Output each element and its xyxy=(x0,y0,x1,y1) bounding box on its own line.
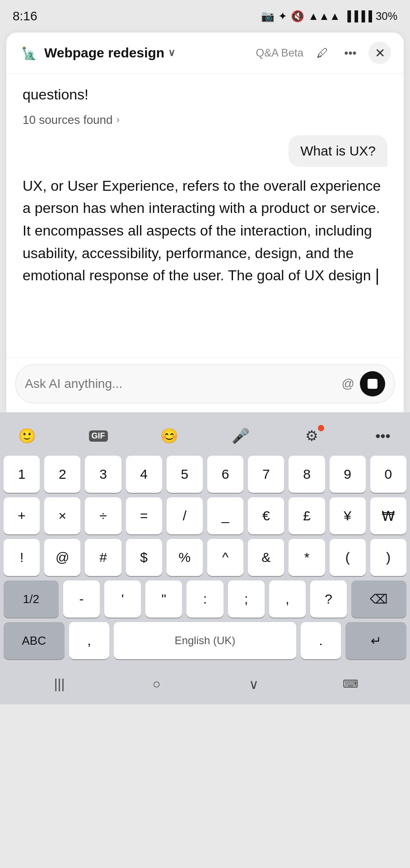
qa-beta-label: Q&A Beta xyxy=(256,47,303,59)
user-message-text: What is UX? xyxy=(300,143,376,158)
key-apostrophe[interactable]: ' xyxy=(104,580,141,618)
partial-message: questions! xyxy=(23,85,387,105)
key-comma-bottom[interactable]: , xyxy=(69,622,110,659)
key-dollar[interactable]: $ xyxy=(126,539,162,576)
title-chevron-icon: ∨ xyxy=(168,47,175,59)
key-caret[interactable]: ^ xyxy=(207,539,243,576)
keyboard-more-icon: ••• xyxy=(375,428,391,444)
ask-ai-input[interactable] xyxy=(25,377,336,391)
app-title[interactable]: Webpage redesign ∨ xyxy=(44,45,175,61)
close-button[interactable]: ✕ xyxy=(368,42,391,64)
key-star[interactable]: * xyxy=(289,539,325,576)
gif-button[interactable]: GIF xyxy=(82,422,115,449)
settings-button[interactable]: ⚙ xyxy=(295,422,328,449)
ai-response: UX, or User Experience, refers to the ov… xyxy=(23,175,387,287)
sticker-icon: 🙂 xyxy=(18,427,36,444)
sticker-button[interactable]: 🙂 xyxy=(11,422,43,449)
close-icon: ✕ xyxy=(375,46,385,61)
edit-icon: 🖊 xyxy=(317,46,328,60)
gif-icon: GIF xyxy=(89,430,108,442)
key-at[interactable]: @ xyxy=(44,539,80,576)
key-divide[interactable]: ÷ xyxy=(85,497,121,534)
key-yen[interactable]: ¥ xyxy=(330,497,366,534)
recents-button[interactable]: ∨ xyxy=(236,670,272,698)
stop-icon xyxy=(368,379,377,389)
status-bar: 8:16 📷 ✦ 🔇 ▲▲▲ ▐▐▐▐ 30% xyxy=(0,0,410,33)
bluetooth-icon: ✦ xyxy=(278,10,287,23)
spacebar[interactable]: English (UK) xyxy=(114,622,296,659)
key-comma[interactable]: , xyxy=(269,580,306,618)
app-panel: 🗽 Webpage redesign ∨ Q&A Beta 🖊 ••• ✕ qu… xyxy=(6,33,404,412)
app-header: 🗽 Webpage redesign ∨ Q&A Beta 🖊 ••• ✕ xyxy=(6,33,404,74)
settings-icon: ⚙ xyxy=(305,427,318,444)
key-5[interactable]: 5 xyxy=(167,456,203,493)
input-area: @ xyxy=(6,358,404,412)
key-quote[interactable]: " xyxy=(145,580,182,618)
key-equals[interactable]: = xyxy=(126,497,162,534)
key-semicolon[interactable]: ; xyxy=(228,580,265,618)
edit-button[interactable]: 🖊 xyxy=(312,43,332,63)
key-8[interactable]: 8 xyxy=(289,456,325,493)
keyboard-more-button[interactable]: ••• xyxy=(367,422,399,449)
backspace-button[interactable]: ⌫ xyxy=(351,580,406,618)
key-lparen[interactable]: ( xyxy=(330,539,366,576)
cursor-indicator xyxy=(377,269,378,285)
keyboard-toggle-button[interactable]: ⌨ xyxy=(333,670,369,698)
keyboard-symbol-row2: ! @ # $ % ^ & * ( ) xyxy=(0,539,410,576)
key-exclaim[interactable]: ! xyxy=(4,539,40,576)
key-4[interactable]: 4 xyxy=(126,456,162,493)
key-underscore[interactable]: _ xyxy=(207,497,243,534)
battery-indicator: 30% xyxy=(376,10,397,23)
user-message-bubble: What is UX? xyxy=(289,135,387,167)
home-button[interactable]: ○ xyxy=(139,670,175,698)
key-3[interactable]: 3 xyxy=(85,456,121,493)
emoji-icon: 😊 xyxy=(160,427,178,444)
key-percent[interactable]: % xyxy=(167,539,203,576)
user-message-wrapper: What is UX? xyxy=(23,135,387,167)
key-hash[interactable]: # xyxy=(85,539,121,576)
keyboard-number-row: 1 2 3 4 5 6 7 8 9 0 xyxy=(0,456,410,493)
key-ampersand[interactable]: & xyxy=(248,539,284,576)
sources-chevron-icon: › xyxy=(116,114,119,126)
key-won[interactable]: ₩ xyxy=(370,497,406,534)
stop-button[interactable] xyxy=(360,371,385,396)
key-slash[interactable]: / xyxy=(167,497,203,534)
key-pound[interactable]: £ xyxy=(289,497,325,534)
sources-found[interactable]: 10 sources found › xyxy=(23,113,387,127)
key-times[interactable]: × xyxy=(44,497,80,534)
bottom-nav-bar: ||| ○ ∨ ⌨ xyxy=(0,664,410,704)
key-plus[interactable]: + xyxy=(4,497,40,534)
key-0[interactable]: 0 xyxy=(370,456,406,493)
keyboard: 🙂 GIF 😊 🎤 ⚙ ••• 1 2 3 4 5 6 7 8 9 0 + xyxy=(0,412,410,704)
more-options-button[interactable]: ••• xyxy=(340,43,360,63)
more-icon: ••• xyxy=(344,46,356,60)
key-6[interactable]: 6 xyxy=(207,456,243,493)
settings-dot xyxy=(318,425,324,431)
chat-area: questions! 10 sources found › What is UX… xyxy=(6,74,404,358)
mic-button[interactable]: 🎤 xyxy=(224,422,257,449)
key-rparen[interactable]: ) xyxy=(370,539,406,576)
enter-key[interactable]: ↵ xyxy=(345,622,406,659)
key-colon[interactable]: : xyxy=(186,580,223,618)
emoji-button[interactable]: 😊 xyxy=(153,422,186,449)
key-period[interactable]: . xyxy=(301,622,341,659)
at-symbol-icon[interactable]: @ xyxy=(342,377,354,391)
key-page-toggle[interactable]: 1/2 xyxy=(4,580,59,618)
key-dash[interactable]: - xyxy=(63,580,100,618)
camera-icon: 📷 xyxy=(261,10,275,23)
status-icons: 📷 ✦ 🔇 ▲▲▲ ▐▐▐▐ 30% xyxy=(261,10,397,23)
wifi-icon: ▲▲▲ xyxy=(308,10,340,23)
keyboard-punctuation-row: 1/2 - ' " : ; , ? ⌫ xyxy=(0,580,410,618)
key-euro[interactable]: € xyxy=(248,497,284,534)
mute-icon: 🔇 xyxy=(291,10,304,23)
key-question[interactable]: ? xyxy=(310,580,347,618)
sources-count: 10 sources found xyxy=(23,113,112,127)
key-1[interactable]: 1 xyxy=(4,456,40,493)
mic-icon: 🎤 xyxy=(232,427,250,444)
key-abc[interactable]: ABC xyxy=(4,622,65,659)
keyboard-toolbar: 🙂 GIF 😊 🎤 ⚙ ••• xyxy=(0,418,410,456)
key-9[interactable]: 9 xyxy=(330,456,366,493)
key-7[interactable]: 7 xyxy=(248,456,284,493)
key-2[interactable]: 2 xyxy=(44,456,80,493)
back-button[interactable]: ||| xyxy=(42,670,78,698)
